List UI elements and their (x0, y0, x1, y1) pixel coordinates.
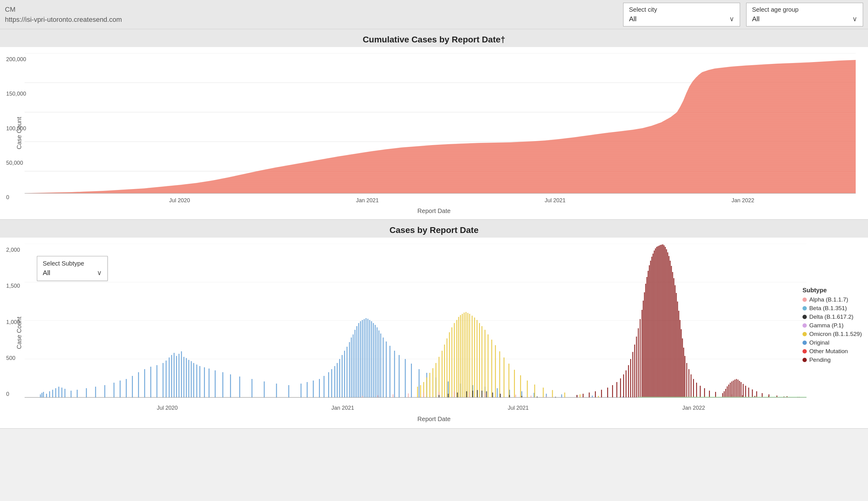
top-chart-section: Cumulative Cases by Report Date† Case Co… (0, 29, 868, 220)
svg-rect-201 (667, 252, 668, 397)
svg-rect-128 (447, 338, 448, 397)
svg-rect-218 (691, 374, 691, 397)
svg-rect-175 (632, 352, 633, 397)
svg-rect-52 (209, 369, 209, 397)
svg-rect-129 (449, 332, 450, 397)
svg-rect-56 (239, 376, 240, 397)
svg-rect-244 (743, 384, 744, 397)
svg-rect-24 (76, 390, 77, 397)
svg-rect-43 (181, 351, 182, 397)
svg-rect-94 (389, 346, 390, 397)
x-tick-b-jan2021: Jan 2021 (331, 405, 354, 411)
svg-rect-145 (484, 330, 485, 397)
svg-rect-64 (319, 379, 320, 397)
y-tick-0b: 0 (6, 391, 20, 397)
svg-rect-49 (196, 364, 197, 397)
svg-rect-163 (583, 394, 584, 397)
svg-rect-151 (509, 364, 509, 397)
svg-rect-197 (662, 244, 663, 397)
svg-rect-148 (495, 345, 496, 397)
svg-rect-86 (371, 321, 372, 397)
age-dropdown-value: All (752, 15, 760, 23)
svg-rect-277 (500, 394, 501, 397)
subtype-dropdown-arrow: ∨ (97, 269, 102, 277)
svg-rect-119 (420, 385, 421, 397)
svg-rect-63 (313, 381, 314, 397)
svg-rect-17 (49, 391, 50, 397)
svg-rect-111 (561, 394, 562, 397)
legend-item-alpha: Alpha (B.1.1.7) (803, 296, 862, 303)
y-tick-1000: 1,000 (6, 319, 20, 326)
svg-rect-267 (546, 396, 547, 397)
top-chart-x-label: Report Date (417, 207, 451, 214)
legend-dot-other (803, 349, 807, 353)
svg-rect-246 (748, 387, 749, 397)
x-tick-b-jan2022: Jan 2022 (682, 405, 705, 411)
city-dropdown-value-row: All ∨ (629, 15, 734, 23)
svg-rect-273 (477, 390, 478, 397)
svg-rect-258 (408, 393, 409, 397)
svg-rect-265 (515, 395, 516, 397)
svg-rect-165 (595, 391, 596, 397)
svg-rect-179 (640, 319, 641, 397)
svg-rect-225 (722, 393, 723, 397)
bottom-chart-title: Cases by Report Date (0, 220, 868, 237)
svg-rect-45 (186, 358, 187, 397)
svg-rect-79 (358, 323, 359, 397)
svg-rect-191 (655, 248, 656, 397)
svg-rect-194 (659, 246, 660, 397)
svg-rect-210 (678, 311, 679, 397)
y-tick-50k: 50,000 (6, 160, 26, 166)
svg-rect-54 (222, 372, 223, 397)
svg-rect-174 (630, 359, 631, 397)
svg-rect-185 (648, 271, 649, 397)
legend-dot-pending (803, 358, 807, 362)
svg-rect-172 (626, 370, 627, 397)
svg-rect-26 (95, 387, 96, 397)
x-tick-jan2022: Jan 2022 (731, 197, 754, 204)
legend-label-other: Other Mutation (809, 348, 848, 355)
legend-label-delta: Delta (B.1.617.2) (809, 313, 854, 320)
svg-rect-263 (484, 393, 485, 397)
svg-rect-48 (193, 363, 194, 397)
age-dropdown[interactable]: Select age group All ∨ (746, 3, 863, 26)
svg-rect-207 (674, 285, 676, 397)
city-dropdown-value: All (629, 15, 636, 23)
svg-rect-272 (472, 391, 473, 397)
x-tick-jul2020: Jul 2020 (169, 197, 190, 204)
svg-rect-31 (132, 376, 133, 397)
svg-rect-28 (114, 383, 114, 397)
svg-rect-242 (739, 381, 740, 397)
svg-rect-217 (688, 369, 689, 397)
svg-rect-238 (733, 381, 734, 397)
svg-rect-202 (668, 256, 669, 397)
legend-item-delta: Delta (B.1.617.2) (803, 313, 862, 320)
svg-rect-171 (623, 374, 624, 397)
svg-rect-99 (419, 369, 420, 397)
svg-rect-247 (752, 390, 753, 397)
svg-rect-95 (394, 351, 395, 397)
svg-rect-166 (601, 390, 602, 397)
svg-rect-153 (520, 375, 521, 397)
svg-rect-279 (521, 396, 522, 397)
svg-rect-20 (59, 387, 59, 397)
svg-rect-60 (288, 385, 289, 397)
svg-rect-96 (399, 355, 399, 397)
legend-dot-omicron (803, 332, 807, 336)
svg-rect-46 (188, 360, 189, 397)
svg-rect-73 (347, 347, 347, 397)
filter-dropdowns: Select city All ∨ Select age group All ∨ (623, 3, 863, 26)
svg-rect-50 (199, 366, 200, 397)
browser-info: CM https://isi-vpri-utoronto.createsend.… (5, 4, 122, 24)
svg-rect-131 (454, 323, 455, 397)
svg-rect-239 (734, 380, 735, 397)
legend-dot-beta (803, 306, 807, 310)
y-tick-100k: 100,000 (6, 125, 26, 132)
subtype-dropdown[interactable]: Select Subtype All ∨ (37, 256, 108, 281)
svg-rect-51 (204, 367, 205, 397)
svg-rect-42 (178, 354, 179, 397)
top-chart-svg (24, 53, 856, 201)
city-dropdown[interactable]: Select city All ∨ (623, 3, 740, 26)
svg-rect-209 (677, 301, 678, 397)
legend-label-alpha: Alpha (B.1.1.7) (809, 296, 848, 303)
